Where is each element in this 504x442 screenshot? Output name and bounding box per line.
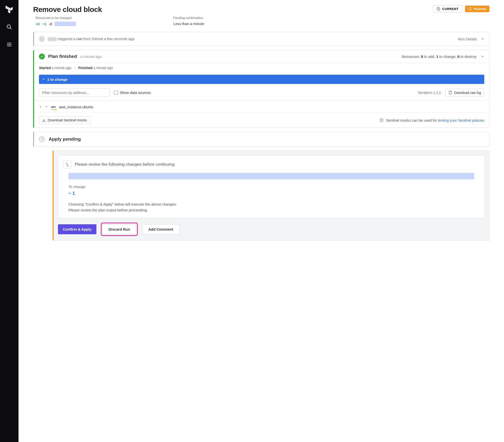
apply-pending-card: Apply pending (33, 132, 489, 147)
confirm-line1: Choosing "Confirm & Apply" below will ex… (68, 202, 480, 207)
check-icon (39, 53, 45, 59)
svg-point-0 (7, 25, 10, 28)
chevron-down-icon (481, 37, 484, 41)
change-summary-label: 1 to change (47, 77, 68, 82)
planned-button-label: Planned (474, 7, 486, 11)
resource-name: aws_instance.ubuntu (59, 105, 93, 109)
file-icon (449, 91, 452, 94)
chevron-right-icon (39, 105, 42, 108)
tilde-icon: ~ (45, 104, 48, 109)
plan-resource-summary: Resources: 0 to add, 1 to change, 0 to d… (401, 54, 476, 59)
plan-time: a minute ago (80, 54, 102, 59)
download-raw-log-button[interactable]: Download raw log (445, 89, 484, 97)
resources-change: ~1 (42, 22, 46, 26)
blurred-username (48, 37, 57, 41)
svg-point-12 (381, 119, 382, 119)
page-title: Remove cloud block (33, 5, 102, 14)
chevron-up-icon[interactable] (481, 55, 484, 58)
clock-pending-icon (39, 136, 45, 142)
change-summary-bar[interactable]: ~ 1 to change (39, 75, 484, 84)
terraform-logo[interactable] (5, 5, 14, 14)
download-sentinel-mocks-button[interactable]: Download Sentinel mocks (39, 116, 90, 124)
plan-card: Plan finished a minute ago Resources: 0 … (33, 50, 489, 128)
pending-confirmation-label: Pending confirmation (173, 16, 204, 20)
current-button-label: CURRENT (442, 7, 458, 11)
download-icon (42, 119, 46, 122)
filter-input[interactable] (39, 88, 109, 97)
run-details-toggle[interactable]: Run Details (458, 37, 484, 41)
to-change-label: To change (68, 185, 480, 189)
to-change-value: ~ 1 (68, 191, 480, 196)
add-comment-button[interactable]: Add Comment (142, 224, 180, 234)
plan-icon-box (63, 160, 71, 169)
redacted-block (54, 22, 76, 26)
main-content: Remove cloud block CURRENT Planned Resou… (18, 0, 504, 442)
confirm-panel: Please review the following changes befo… (53, 151, 489, 240)
search-icon[interactable] (5, 22, 14, 32)
sentinel-info: Sentinel mocks can be used for testing y… (379, 118, 484, 122)
confirm-apply-button[interactable]: Confirm & Apply (58, 224, 96, 234)
resources-destroy: -0 (49, 22, 52, 26)
pending-confirmation-value: Less than a minute (173, 22, 204, 26)
info-icon (379, 118, 383, 122)
aws-icon: aws (51, 106, 56, 108)
resources-changed-values: +0 ~1 -0 (36, 22, 76, 26)
menu-icon[interactable] (5, 40, 14, 49)
confirm-line2: Please review the plan output before pro… (68, 207, 480, 213)
resource-row[interactable]: ~ aws aws_instance.ubuntu (34, 101, 489, 113)
plan-timing: Started a minute ago › Finished a minute… (34, 63, 489, 73)
svg-line-1 (10, 28, 11, 29)
show-data-sources-checkbox[interactable]: Show data sources (114, 90, 151, 95)
current-button[interactable]: CURRENT (433, 5, 462, 12)
run-details-label: Run Details (458, 37, 477, 41)
discard-run-highlight: Discard Run (101, 222, 138, 236)
diff-icon (65, 162, 69, 167)
discard-run-button[interactable]: Discard Run (103, 224, 136, 234)
resources-changed-label: Resources to be changed (36, 16, 76, 20)
apply-pending-title: Apply pending (49, 136, 81, 142)
alert-icon (468, 7, 472, 11)
planned-button[interactable]: Planned (465, 6, 489, 12)
terraform-version: Terraform 1.2.2 (418, 91, 441, 95)
resources-add: +0 (36, 22, 40, 26)
svg-line-17 (66, 163, 68, 166)
trigger-text: triggered a run from GitHub a few second… (39, 36, 135, 42)
plan-title: Plan finished (48, 54, 77, 59)
sidebar (0, 0, 18, 442)
confirm-title: Please review the following changes befo… (75, 162, 176, 167)
redacted-message (68, 173, 474, 179)
trigger-card: triggered a run from GitHub a few second… (33, 32, 489, 46)
sentinel-link[interactable]: testing your Sentinel policies (438, 118, 484, 122)
clock-icon (436, 7, 440, 11)
avatar (39, 36, 45, 42)
